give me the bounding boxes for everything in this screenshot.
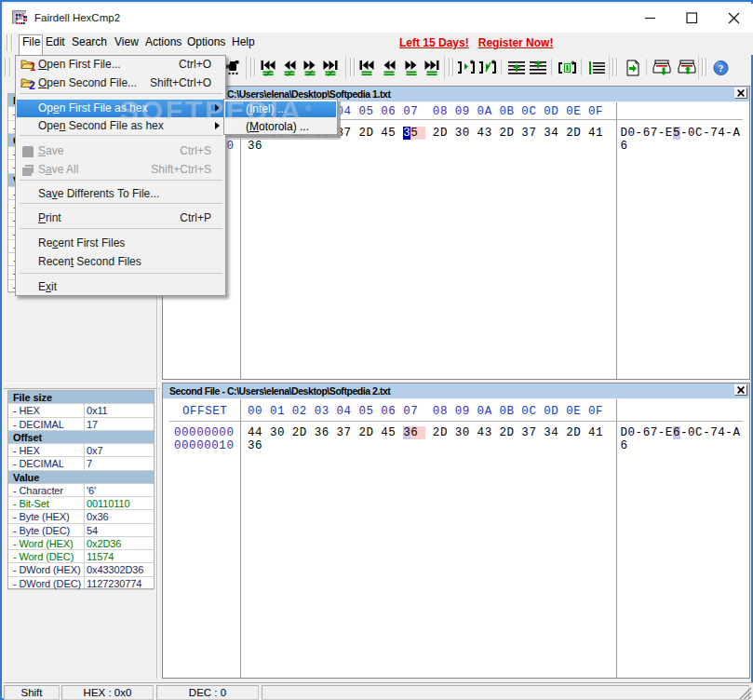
svg-text:1: 1 xyxy=(30,61,36,73)
svg-text:2: 2 xyxy=(29,78,35,90)
svg-text:?: ? xyxy=(719,62,724,74)
